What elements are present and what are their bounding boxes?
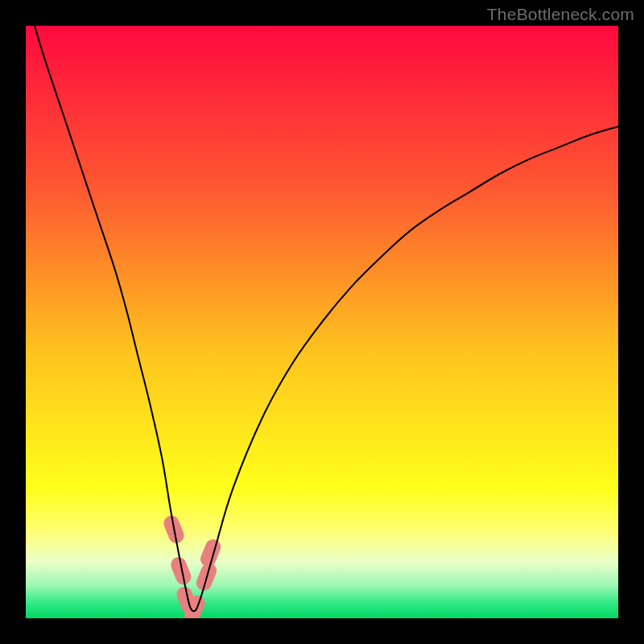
plot-area [26, 26, 618, 618]
marker-group [162, 514, 224, 618]
curve-layer [26, 26, 618, 618]
data-marker [168, 555, 193, 587]
bottleneck-curve [26, 26, 618, 611]
watermark-text: TheBottleneck.com [487, 5, 634, 24]
chart-frame: TheBottleneck.com [0, 0, 644, 644]
